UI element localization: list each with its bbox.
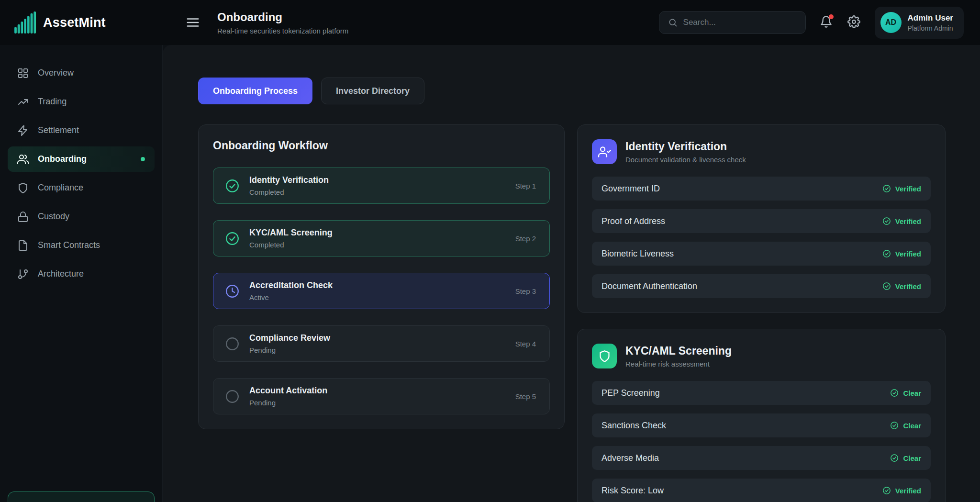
sidebar-item-trading[interactable]: Trading	[8, 89, 155, 114]
step-status: Pending	[249, 399, 327, 407]
status-badge: Verified	[882, 249, 921, 258]
card-header-texts: Identity Verification Document validatio…	[625, 140, 746, 164]
verification-row-proof-of-address: Proof of Address Verified	[592, 209, 931, 233]
sidebar-item-compliance[interactable]: Compliance	[8, 175, 155, 201]
workflow-title: Onboarding Workflow	[213, 139, 550, 152]
menu-toggle-button[interactable]	[186, 15, 200, 30]
notification-badge	[829, 14, 834, 19]
user-check-icon	[592, 139, 617, 164]
page-heading: Onboarding Real-time securities tokeniza…	[217, 11, 348, 35]
branch-icon	[17, 268, 29, 280]
check-circle-icon	[225, 178, 240, 193]
card-title: KYC/AML Screening	[625, 345, 732, 357]
tab-onboarding-process[interactable]: Onboarding Process	[198, 78, 312, 104]
workflow-step-accreditation-check[interactable]: Accreditation Check Active Step 3	[213, 273, 550, 309]
row-label: Proof of Address	[601, 216, 665, 226]
check-circle-icon	[882, 249, 891, 258]
content-columns: Onboarding Workflow Identity Verificatio…	[198, 124, 946, 502]
clock-icon	[225, 284, 240, 299]
screening-row-sanctions-check: Sanctions Check Clear	[592, 413, 931, 437]
row-label: Document Authentication	[601, 281, 697, 291]
trend-up-icon	[17, 96, 29, 108]
row-label: Risk Score: Low	[601, 486, 664, 496]
sidebar-item-settlement[interactable]: Settlement	[8, 118, 155, 143]
workflow-step-identity-verification[interactable]: Identity Verification Completed Step 1	[213, 167, 550, 204]
step-title: Accreditation Check	[249, 280, 333, 290]
status-text: Verified	[895, 250, 921, 258]
page-subtitle: Real-time securities tokenization platfo…	[217, 27, 348, 35]
step-status: Completed	[249, 241, 333, 249]
kyc-aml-screening-card: KYC/AML Screening Real-time risk assessm…	[577, 329, 946, 502]
workflow-step-kyc-aml-screening[interactable]: KYC/AML Screening Completed Step 2	[213, 220, 550, 257]
step-number: Step 5	[515, 392, 536, 401]
users-icon	[17, 154, 29, 165]
step-title: Account Activation	[249, 386, 327, 396]
sidebar-item-label: Custody	[38, 212, 69, 222]
check-circle-icon	[882, 184, 891, 193]
right-column: Identity Verification Document validatio…	[577, 124, 946, 502]
tab-bar: Onboarding Process Investor Directory	[198, 78, 946, 104]
bolt-icon	[17, 125, 29, 136]
check-circle-icon	[882, 282, 891, 290]
check-circle-icon	[890, 454, 899, 462]
step-number: Step 1	[515, 182, 536, 190]
step-number: Step 2	[515, 234, 536, 243]
step-texts: KYC/AML Screening Completed	[249, 228, 333, 249]
sidebar-item-label: Settlement	[38, 125, 79, 135]
sidebar-item-architecture[interactable]: Architecture	[8, 261, 155, 287]
search-icon	[668, 18, 678, 27]
sidebar-item-smart-contracts[interactable]: Smart Contracts	[8, 233, 155, 258]
step-title: KYC/AML Screening	[249, 228, 333, 238]
page-title: Onboarding	[217, 11, 348, 24]
check-circle-icon	[882, 486, 891, 495]
topbar: Onboarding Real-time securities tokeniza…	[163, 0, 980, 45]
assetmint-logo-icon	[14, 11, 36, 33]
sidebar-item-label: Compliance	[38, 183, 83, 193]
status-text: Clear	[903, 454, 921, 462]
search-input[interactable]	[683, 18, 797, 27]
status-badge: Verified	[882, 184, 921, 193]
card-title: Identity Verification	[625, 140, 746, 153]
brand: AssetMint	[0, 0, 163, 45]
sidebar-item-custody[interactable]: Custody	[8, 204, 155, 229]
pending-circle-icon	[225, 389, 240, 404]
sidebar-item-label: Onboarding	[38, 154, 87, 164]
status-text: Clear	[903, 389, 921, 397]
sidebar-item-overview[interactable]: Overview	[8, 60, 155, 86]
status-badge: Verified	[882, 282, 921, 290]
status-badge: Clear	[890, 421, 921, 430]
card-header: KYC/AML Screening Real-time risk assessm…	[592, 344, 931, 368]
tab-investor-directory[interactable]: Investor Directory	[321, 78, 424, 104]
active-indicator-dot	[141, 157, 145, 161]
shield-icon	[17, 182, 29, 194]
status-badge: Verified	[882, 486, 921, 495]
topbar-actions: AD Admin User Platform Admin	[659, 7, 964, 39]
step-status: Active	[249, 293, 333, 301]
step-texts: Compliance Review Pending	[249, 333, 330, 354]
step-texts: Accreditation Check Active	[249, 280, 333, 301]
screening-row-pep-screening: PEP Screening Clear	[592, 381, 931, 405]
search-box[interactable]	[659, 11, 806, 34]
settings-button[interactable]	[847, 15, 861, 30]
sidebar: Overview Trading Settlement Onboarding	[0, 45, 163, 502]
workflow-step-account-activation[interactable]: Account Activation Pending Step 5	[213, 378, 550, 414]
row-label: Sanctions Check	[601, 421, 666, 431]
status-badge: Verified	[882, 217, 921, 225]
app-root: AssetMint Onboarding Real-time securitie…	[0, 0, 980, 502]
status-text: Verified	[895, 282, 921, 290]
grid-icon	[17, 67, 29, 79]
step-title: Compliance Review	[249, 333, 330, 343]
user-name: Admin User	[908, 13, 953, 23]
lock-icon	[17, 211, 29, 223]
sidebar-item-label: Smart Contracts	[38, 240, 100, 250]
notifications-button[interactable]	[819, 15, 834, 30]
row-label: PEP Screening	[601, 388, 660, 398]
sidebar-item-onboarding[interactable]: Onboarding	[8, 146, 155, 172]
shield-icon	[592, 344, 617, 368]
check-circle-icon	[890, 389, 899, 397]
verification-row-government-id: Government ID Verified	[592, 177, 931, 201]
workflow-step-compliance-review[interactable]: Compliance Review Pending Step 4	[213, 325, 550, 362]
user-menu[interactable]: AD Admin User Platform Admin	[875, 7, 964, 39]
avatar: AD	[880, 12, 902, 33]
status-text: Verified	[895, 487, 921, 495]
